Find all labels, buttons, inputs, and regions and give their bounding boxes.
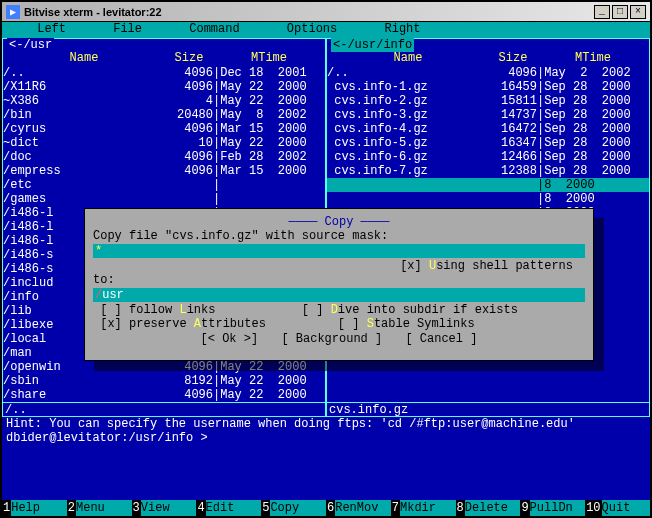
- table-row[interactable]: |8 2000: [327, 178, 649, 192]
- fnkey-copy[interactable]: 5Copy: [261, 500, 326, 516]
- close-button[interactable]: ×: [630, 5, 646, 19]
- table-row[interactable]: /empress4096|Mar 15 2000: [3, 164, 325, 178]
- options-row-1: [ ] follow Links [ ] Dive into subdir if…: [93, 303, 585, 317]
- hint-line: Hint: You can specify the username when …: [6, 417, 646, 431]
- ok-button[interactable]: [< Ok >]: [193, 332, 267, 346]
- fnkey-help[interactable]: 1Help: [2, 500, 67, 516]
- function-key-bar: 1Help2Menu3View4Edit5Copy6RenMov7Mkdir8D…: [2, 500, 650, 516]
- shell-patterns-checkbox[interactable]: [x] Using shell patterns: [93, 259, 585, 273]
- table-row[interactable]: /games|: [3, 192, 325, 206]
- table-row[interactable]: cvs.info-6.gz12466|Sep 28 2000: [327, 150, 649, 164]
- table-row[interactable]: /bin20480|May 8 2002: [3, 108, 325, 122]
- prompt-line: dbider@levitator:/usr/info >: [6, 431, 646, 445]
- fnkey-mkdir[interactable]: 7Mkdir: [391, 500, 456, 516]
- table-row[interactable]: /..4096|Dec 18 2001: [3, 66, 325, 80]
- fnkey-pulldn[interactable]: 9PullDn: [520, 500, 585, 516]
- table-row[interactable]: ~dict10|May 22 2000: [3, 136, 325, 150]
- right-panel-path: <-/usr/info: [331, 38, 414, 52]
- fnkey-renmov[interactable]: 6RenMov: [326, 500, 391, 516]
- table-row[interactable]: cvs.info-3.gz14737|Sep 28 2000: [327, 108, 649, 122]
- table-row[interactable]: |8 2000: [327, 192, 649, 206]
- menubar: Left File Command Options Right: [2, 22, 650, 38]
- col-mtime: MTime: [537, 51, 649, 65]
- col-name: Name: [327, 51, 489, 65]
- copy-dialog: ──── Copy ──── Copy file "cvs.info.gz" w…: [84, 208, 594, 361]
- dialog-title: ──── Copy ────: [93, 215, 585, 229]
- table-row[interactable]: ~X3864|May 22 2000: [3, 94, 325, 108]
- table-row[interactable]: /sbin8192|May 22 2000: [3, 374, 325, 388]
- table-row[interactable]: /..4096|May 2 2002: [327, 66, 649, 80]
- col-mtime: MTime: [213, 51, 325, 65]
- left-panel-path: <-/usr: [7, 38, 54, 52]
- right-panel-footer: cvs.info.gz: [327, 402, 649, 416]
- app-icon: ▶: [6, 5, 20, 19]
- background-button[interactable]: [ Background ]: [273, 332, 390, 346]
- dialog-buttons: [< Ok >] [ Background ] [ Cancel ]: [93, 332, 585, 346]
- fnkey-edit[interactable]: 4Edit: [196, 500, 261, 516]
- dest-input[interactable]: /usr: [93, 288, 585, 302]
- xterm-window: ▶ Bitvise xterm - levitator:22 _ □ × Lef…: [0, 0, 652, 518]
- minimize-button[interactable]: _: [594, 5, 610, 19]
- fnkey-menu[interactable]: 2Menu: [67, 500, 132, 516]
- menu-right[interactable]: Right: [357, 22, 440, 38]
- col-name: Name: [3, 51, 165, 65]
- source-mask-input[interactable]: *: [93, 244, 585, 258]
- maximize-button[interactable]: □: [612, 5, 628, 19]
- table-row[interactable]: cvs.info-2.gz15811|Sep 28 2000: [327, 94, 649, 108]
- menu-command[interactable]: Command: [162, 22, 260, 38]
- fnkey-view[interactable]: 3View: [132, 500, 197, 516]
- menu-file[interactable]: File: [86, 22, 162, 38]
- table-row[interactable]: cvs.info-1.gz16459|Sep 28 2000: [327, 80, 649, 94]
- table-row[interactable]: cvs.info-7.gz12388|Sep 28 2000: [327, 164, 649, 178]
- fnkey-delete[interactable]: 8Delete: [456, 500, 521, 516]
- col-size: Size: [489, 51, 537, 65]
- window-title: Bitvise xterm - levitator:22: [24, 6, 594, 18]
- options-row-2: [x] preserve Attributes [ ] Stable Symli…: [93, 317, 585, 331]
- table-row[interactable]: /cyrus4096|Mar 15 2000: [3, 122, 325, 136]
- table-row[interactable]: cvs.info-5.gz16347|Sep 28 2000: [327, 136, 649, 150]
- menu-options[interactable]: Options: [260, 22, 358, 38]
- table-row[interactable]: /doc4096|Feb 28 2002: [3, 150, 325, 164]
- terminal-area[interactable]: Hint: You can specify the username when …: [2, 417, 650, 445]
- titlebar[interactable]: ▶ Bitvise xterm - levitator:22 _ □ ×: [2, 2, 650, 22]
- copy-prompt: Copy file "cvs.info.gz" with source mask…: [93, 229, 585, 243]
- table-row[interactable]: /share4096|May 22 2000: [3, 388, 325, 402]
- menu-left[interactable]: Left: [10, 22, 86, 38]
- cancel-button[interactable]: [ Cancel ]: [397, 332, 485, 346]
- col-size: Size: [165, 51, 213, 65]
- table-row[interactable]: cvs.info-4.gz16472|Sep 28 2000: [327, 122, 649, 136]
- left-panel-footer: /..: [3, 402, 325, 416]
- table-row[interactable]: /etc|: [3, 178, 325, 192]
- table-row[interactable]: /X11R64096|May 22 2000: [3, 80, 325, 94]
- to-label: to:: [93, 273, 585, 287]
- table-row[interactable]: /openwin4096|May 22 2000: [3, 360, 325, 374]
- fnkey-quit[interactable]: 10Quit: [585, 500, 650, 516]
